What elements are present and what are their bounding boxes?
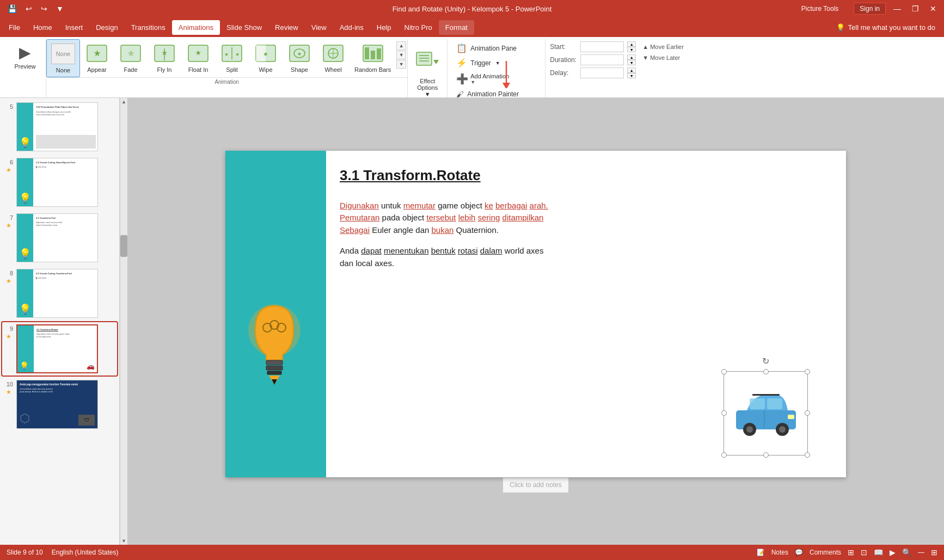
menu-help[interactable]: Help [370, 20, 398, 35]
handle-tc[interactable] [763, 369, 769, 374]
menubar: File Home Insert Design Transitions Anim… [0, 17, 944, 37]
anim-flyin-button[interactable]: ★ Fly In [148, 39, 181, 76]
slide-thumb-7[interactable]: 7 ★ 2.1 Transform.Find Digunakan untuk m… [2, 211, 117, 264]
reading-view-icon[interactable]: 📖 [874, 548, 883, 557]
handle-tl[interactable] [721, 369, 727, 374]
start-down-arrow[interactable]: ▼ [627, 47, 636, 52]
anim-none-button[interactable]: None None [46, 39, 80, 77]
anim-appear-button[interactable]: ★ Appear [80, 39, 114, 76]
scroll-bottom-arrow[interactable]: ▼ [120, 537, 127, 545]
slide-thumb-8[interactable]: 8 ★ 2.2 Contoh Coding Transform.Find ▌co… [2, 267, 117, 320]
minimize-button[interactable]: — [890, 3, 904, 14]
notes-bar[interactable]: Click to add notes [503, 477, 568, 493]
zoom-icon[interactable]: 🔍 [902, 548, 911, 557]
start-arrows: ▲ ▼ [627, 41, 636, 52]
rotate-handle[interactable]: ↻ [762, 356, 769, 366]
flyin-icon: ★ [152, 42, 176, 64]
menu-review[interactable]: Review [268, 20, 305, 35]
body-ditampilkan: ditampilkan [502, 213, 544, 222]
menu-view[interactable]: View [305, 20, 333, 35]
body-sering: sering [478, 213, 500, 222]
slide-6-preview: 1.2 Contoh Coding GameObjects.Find ▌code… [16, 158, 98, 207]
start-input[interactable] [580, 41, 624, 52]
scroll-up-arrow[interactable]: ▲ [396, 41, 406, 50]
duration-up-arrow[interactable]: ▲ [627, 54, 636, 60]
slide-panel-scrollbar[interactable]: ▲ ▼ [120, 98, 127, 545]
comments-status-label[interactable]: Comments [810, 549, 841, 556]
trigger-button[interactable]: ⚡ Trigger ▼ [452, 56, 541, 70]
trigger-icon: ⚡ [456, 58, 467, 68]
slide-panel-container: 5 1.02 Penambahan Pada Object dan Scene … [0, 98, 127, 545]
duration-input[interactable] [580, 54, 624, 65]
menu-addins[interactable]: Add-ins [333, 20, 370, 35]
signin-button[interactable]: Sign in [854, 3, 886, 15]
car-image [724, 372, 807, 455]
menu-transitions[interactable]: Transitions [125, 20, 172, 35]
svg-text:★: ★ [263, 51, 268, 57]
slide-canvas[interactable]: 3.1 Transform.Rotate Digunakan untuk mem… [225, 151, 846, 477]
slide-thumb-10[interactable]: 10 ★ Anda juga menggunakan function Tran… [2, 378, 117, 431]
close-button[interactable]: ✕ [927, 3, 940, 14]
scroll-more-arrow[interactable]: ▼ [396, 60, 406, 69]
normal-view-icon[interactable]: ⊞ [848, 548, 854, 557]
redo-icon[interactable]: ↪ [38, 3, 51, 14]
anim-wipe-button[interactable]: ★ Wipe [249, 39, 283, 76]
anim-shape-button[interactable]: ★ Shape [283, 39, 316, 76]
car-selection-container[interactable]: ↻ [724, 371, 808, 456]
delay-down-arrow[interactable]: ▼ [627, 73, 636, 78]
slide-thumb-6[interactable]: 6 ★ 1.2 Contoh Coding GameObjects.Find ▌… [2, 156, 117, 209]
move-later-icon: ▼ [642, 54, 648, 61]
notes-status-label[interactable]: Notes [771, 549, 788, 556]
scroll-thumb[interactable] [120, 235, 127, 257]
start-up-arrow[interactable]: ▲ [627, 41, 636, 47]
anim-floatin-button[interactable]: ★ Float In [181, 39, 215, 76]
preview-button[interactable]: ▶ Preview [9, 41, 41, 72]
wheel-label: Wheel [324, 66, 341, 73]
duration-down-arrow[interactable]: ▼ [627, 60, 636, 65]
move-earlier-button[interactable]: ▲ Move Earlier [640, 42, 686, 51]
handle-tr[interactable] [805, 369, 810, 374]
menu-slideshow[interactable]: Slide Show [220, 20, 268, 35]
menu-file[interactable]: File [2, 20, 27, 35]
menu-insert[interactable]: Insert [59, 20, 90, 35]
anim-split-button[interactable]: ★ ★ Split [215, 39, 249, 76]
restore-button[interactable]: ❐ [909, 3, 922, 14]
customize-qat-icon[interactable]: ▼ [53, 3, 67, 14]
handle-bl[interactable] [721, 452, 727, 458]
slide-body: Digunakan untuk memutar game object ke b… [340, 200, 830, 279]
slide-num-9-area: 9 ★ [4, 324, 13, 340]
tell-me-bar[interactable]: 💡 Tell me what you want to do [830, 23, 942, 32]
lightbulb-icon: 💡 [836, 23, 845, 32]
menu-nitropro[interactable]: Nitro Pro [398, 20, 439, 35]
scroll-top-arrow[interactable]: ▲ [120, 98, 127, 106]
slideshow-icon[interactable]: ▶ [890, 548, 896, 557]
slide-num-8: 8 [4, 269, 13, 276]
titlebar-right: Picture Tools Sign in — ❐ ✕ [801, 3, 940, 15]
handle-br[interactable] [805, 452, 810, 458]
slide-thumb-9[interactable]: 9 ★ 3.1 Transform.Rotate Digunakan untuk… [2, 322, 117, 376]
anim-randombars-button[interactable]: Random Bars [350, 39, 395, 76]
slide-sorter-icon[interactable]: ⊡ [861, 548, 867, 557]
effect-options-button[interactable]: Effect Options ▼ [412, 46, 443, 100]
menu-design[interactable]: Design [89, 20, 124, 35]
handle-bc[interactable] [763, 452, 769, 458]
slide-num-10-area: 10 ★ [4, 380, 13, 396]
slide-info: Slide 9 of 10 [7, 549, 43, 556]
delay-up-arrow[interactable]: ▲ [627, 67, 636, 73]
save-icon[interactable]: 💾 [4, 3, 20, 14]
slide-7-preview: 2.1 Transform.Find Digunakan untuk menca… [16, 213, 98, 262]
handle-mr[interactable] [805, 410, 810, 416]
anim-fade-button[interactable]: ★ Fade [114, 39, 148, 76]
anim-wheel-button[interactable]: Wheel [316, 39, 350, 76]
menu-format[interactable]: Format [439, 20, 474, 35]
animation-pane-button[interactable]: 📋 Animation Pane [452, 41, 541, 55]
scroll-down-arrow[interactable]: ▼ [396, 51, 406, 59]
undo-icon[interactable]: ↩ [22, 3, 35, 14]
fit-slide-icon[interactable]: ⊞ [931, 548, 937, 557]
menu-home[interactable]: Home [27, 20, 59, 35]
slide-thumb-5[interactable]: 5 1.02 Penambahan Pada Object dan Scene … [2, 100, 117, 153]
handle-ml[interactable] [721, 410, 727, 416]
menu-animations[interactable]: Animations [172, 20, 220, 35]
move-later-button[interactable]: ▼ Move Later [640, 53, 686, 62]
delay-input[interactable] [580, 67, 624, 78]
